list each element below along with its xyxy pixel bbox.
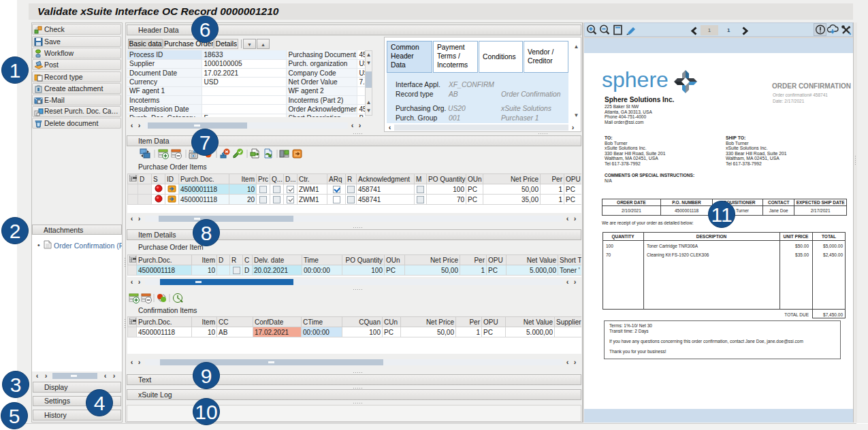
svg-text:ƒn: ƒn [189,149,193,153]
